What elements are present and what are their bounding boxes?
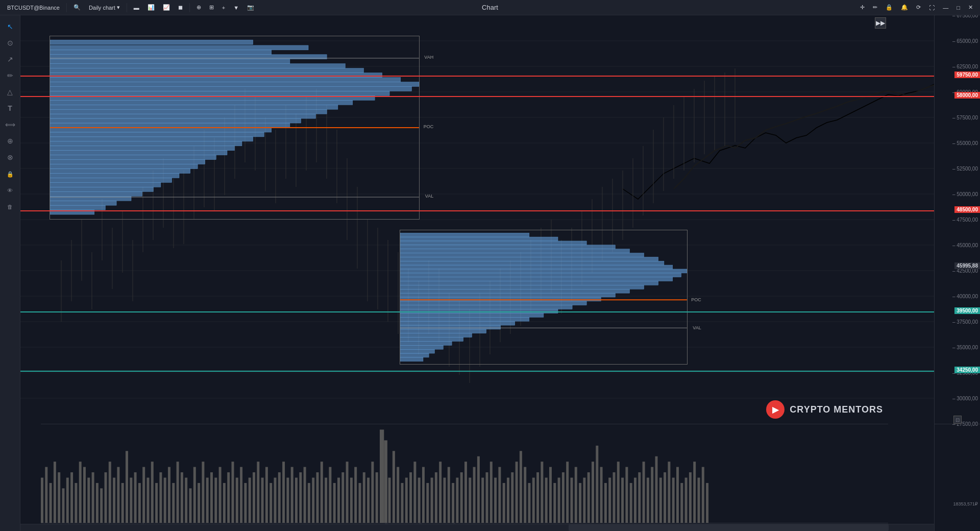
svg-rect-24 xyxy=(50,82,419,87)
magnet-icon xyxy=(7,153,13,161)
svg-rect-45 xyxy=(50,178,172,182)
svg-rect-183 xyxy=(151,462,154,531)
svg-rect-37 xyxy=(50,141,242,146)
expand-button[interactable]: ▶▶ xyxy=(875,17,886,29)
toolbar-sep-1 xyxy=(66,3,67,12)
svg-rect-66 xyxy=(400,273,681,277)
templates-btn[interactable]: ▼ xyxy=(230,4,242,12)
minimize-btn[interactable]: — xyxy=(940,4,951,12)
vp-bars-1 xyxy=(50,36,419,219)
svg-rect-16 xyxy=(50,45,308,50)
cursor-tool[interactable] xyxy=(3,19,17,34)
price-axis-resize[interactable]: ⊡ xyxy=(953,416,962,424)
svg-rect-65 xyxy=(400,269,687,273)
svg-rect-21 xyxy=(50,68,363,73)
svg-rect-86 xyxy=(400,353,429,357)
price-badge-48500: 48500,00 xyxy=(954,206,980,213)
vp-bars-2 xyxy=(400,230,687,364)
volume-profile-box-2: POC VAL xyxy=(400,230,688,365)
svg-rect-31 xyxy=(50,114,316,118)
svg-rect-58 xyxy=(400,241,586,245)
svg-rect-265 xyxy=(498,467,501,531)
svg-rect-231 xyxy=(346,462,349,531)
svg-rect-50 xyxy=(50,201,116,205)
svg-rect-80 xyxy=(400,329,486,333)
svg-rect-292 xyxy=(613,472,616,531)
svg-rect-269 xyxy=(516,462,518,531)
crosshair-btn[interactable]: ✛ xyxy=(857,3,868,12)
price-axis-labels: – 67500,00 – 65000,00 – 62500,00 – 60000… xyxy=(935,15,980,424)
alert-btn[interactable]: 🔔 xyxy=(898,3,911,12)
chart-type-candle-btn[interactable]: 📊 xyxy=(144,3,158,12)
chart-type-line-btn[interactable]: 📈 xyxy=(160,3,173,12)
svg-rect-64 xyxy=(400,265,673,269)
svg-rect-262 xyxy=(486,472,488,531)
shapes-icon xyxy=(7,88,13,96)
bottom-scrollbar[interactable] xyxy=(20,524,934,531)
svg-rect-277 xyxy=(549,467,552,531)
search-btn[interactable]: 🔍 xyxy=(70,3,84,12)
svg-rect-283 xyxy=(575,467,577,531)
chart-main[interactable]: ▶▶ xyxy=(20,15,934,531)
chart-type-area-btn[interactable]: ◼ xyxy=(175,3,186,12)
price-badge-58000: 58000,00 xyxy=(954,92,980,99)
price-badge-59750: 59750,00 xyxy=(954,71,980,78)
price-badge-39500: 39500,00 xyxy=(954,307,980,314)
resistance-line-2 xyxy=(20,96,934,97)
svg-rect-177 xyxy=(126,451,128,531)
trash-tool[interactable] xyxy=(3,199,17,213)
volume-label: 18353,571₽ xyxy=(953,501,978,506)
trend-tool[interactable] xyxy=(3,52,17,66)
toolbar-right-group: ✛ ✏ 🔒 🔔 ⟳ ⛶ — □ ✕ xyxy=(857,3,976,12)
svg-rect-40 xyxy=(50,155,216,160)
price-30000: – 30000,00 xyxy=(952,396,978,401)
shapes-tool[interactable] xyxy=(3,85,17,99)
screenshot-btn[interactable]: 📷 xyxy=(244,3,257,12)
svg-rect-161 xyxy=(58,472,60,531)
svg-rect-311 xyxy=(693,462,696,531)
lock-btn[interactable]: 🔒 xyxy=(883,3,896,12)
svg-rect-34 xyxy=(50,128,272,132)
eye-tool[interactable] xyxy=(3,183,17,197)
lock-tool[interactable] xyxy=(3,166,17,181)
text-tool[interactable] xyxy=(3,101,17,115)
dot-tool[interactable] xyxy=(3,36,17,50)
indicators-btn[interactable]: ⊕ xyxy=(193,3,204,12)
magnet-tool[interactable] xyxy=(3,150,17,164)
svg-rect-238 xyxy=(376,472,378,531)
zoom-tool[interactable] xyxy=(3,134,17,148)
symbol-selector[interactable]: BTCUSDT@Binance xyxy=(4,4,63,12)
add-study-btn[interactable]: + xyxy=(219,4,228,12)
pen-tool[interactable] xyxy=(3,68,17,83)
svg-rect-216 xyxy=(291,467,293,531)
fullscreen-btn[interactable]: ⛶ xyxy=(926,4,938,12)
support-line-1 xyxy=(20,311,934,312)
measure-tool[interactable] xyxy=(3,117,17,132)
draw-btn[interactable]: ✏ xyxy=(870,3,880,12)
svg-rect-30 xyxy=(50,109,327,114)
svg-rect-247 xyxy=(422,467,425,531)
svg-rect-46 xyxy=(50,182,161,187)
svg-rect-173 xyxy=(109,462,111,531)
svg-rect-237 xyxy=(371,462,374,531)
close-btn[interactable]: ✕ xyxy=(965,3,976,12)
replay-btn[interactable]: ⟳ xyxy=(913,3,924,12)
svg-rect-227 xyxy=(329,467,331,531)
chart-type-bar-btn[interactable]: ▬ xyxy=(131,4,142,12)
timeframe-btn[interactable]: Daily chart ▾ xyxy=(86,3,123,12)
svg-rect-286 xyxy=(587,472,590,531)
scroll-thumb[interactable] xyxy=(569,524,889,531)
poc-label-2: POC xyxy=(691,297,701,302)
price-65000: – 65000,00 xyxy=(952,38,978,44)
svg-rect-251 xyxy=(439,462,442,531)
compare-btn[interactable]: ⊞ xyxy=(206,3,217,12)
svg-rect-190 xyxy=(181,472,183,531)
top-toolbar: BTCUSDT@Binance 🔍 Daily chart ▾ ▬ 📊 📈 ◼ … xyxy=(0,0,980,15)
svg-rect-15 xyxy=(50,40,253,44)
text-icon xyxy=(8,104,12,112)
svg-rect-257 xyxy=(464,462,467,531)
pen-icon xyxy=(7,71,13,80)
lock-icon xyxy=(7,170,14,178)
svg-rect-210 xyxy=(265,467,268,531)
maximize-btn[interactable]: □ xyxy=(953,4,963,12)
